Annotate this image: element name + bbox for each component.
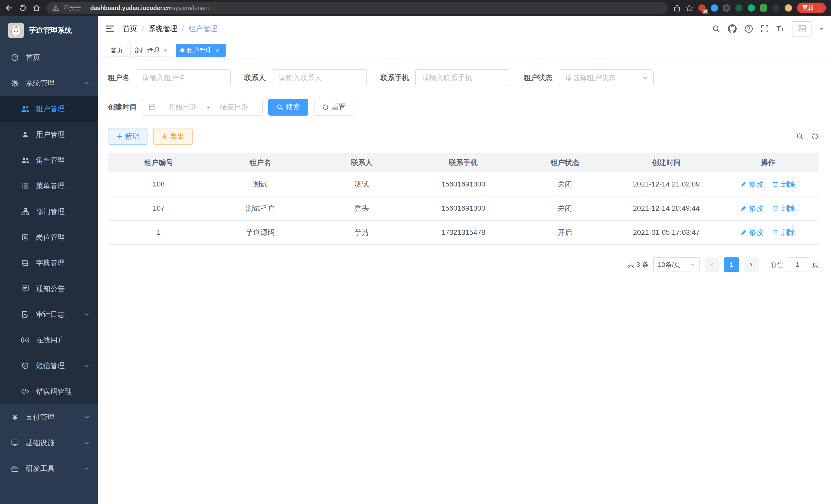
sidebar-item-notice[interactable]: 通知公告 [0, 276, 98, 302]
breadcrumb-home[interactable]: 首页 [123, 24, 137, 34]
sidebar-item-infrastructure[interactable]: 基础设施 [0, 430, 98, 456]
delete-button[interactable]: 删除 [772, 179, 795, 189]
extension-icon-4[interactable] [736, 4, 743, 11]
fullscreen-icon[interactable] [761, 25, 769, 33]
sidebar-item-label: 研发工具 [26, 464, 55, 473]
tenant-status-select[interactable]: 请选择租户状态 [558, 69, 654, 86]
address-bar[interactable]: 不安全 dashboard.yudao.iocoder.cn/system/te… [46, 2, 668, 13]
font-size-icon[interactable]: TT [776, 25, 784, 33]
page-number-1[interactable]: 1 [724, 258, 739, 272]
cell-tenant-id: 1 [108, 220, 209, 244]
profile-avatar-icon[interactable] [785, 4, 792, 11]
browser-menu-icon[interactable]: ⋮ [816, 5, 822, 11]
create-time-range-picker[interactable]: 开始日期 - 结束日期 [143, 99, 263, 116]
delete-button[interactable]: 删除 [772, 203, 795, 213]
help-icon[interactable] [744, 24, 753, 33]
reset-button[interactable]: 重置 [314, 99, 354, 116]
tab-home[interactable]: 首页 [106, 44, 127, 57]
sidebar-item-payment[interactable]: ¥ 支付管理 [0, 404, 98, 430]
close-tab-icon[interactable]: × [214, 47, 221, 54]
toggle-search-icon[interactable] [796, 132, 804, 140]
sidebar-item-role[interactable]: 角色管理 [0, 147, 98, 173]
sidebar: 芋道管理系统 首页 系统管理 [0, 16, 98, 504]
search-button[interactable]: 搜索 [268, 99, 308, 116]
share-icon[interactable] [674, 4, 681, 12]
extension-icon-6[interactable] [760, 4, 767, 11]
close-tab-icon[interactable]: × [162, 47, 169, 54]
sidebar-item-post[interactable]: 岗位管理 [0, 225, 98, 250]
sidebar-item-sms[interactable]: 短信管理 [0, 353, 98, 379]
select-placeholder: 请选择租户状态 [565, 73, 616, 83]
browser-refresh-button[interactable] [19, 4, 27, 12]
sidebar-item-system[interactable]: 系统管理 [0, 70, 98, 96]
bookmark-star-icon[interactable] [686, 4, 693, 12]
chevron-up-icon [84, 81, 89, 86]
table-row: 107 测试租户 秃头 15601691300 关闭 2021-12-14 20… [108, 196, 819, 220]
extension-icon-3[interactable] [723, 4, 730, 11]
tab-label: 部门管理 [135, 46, 159, 55]
cell-created: 2021-12-14 21:02:09 [616, 172, 717, 196]
id-badge-icon [21, 233, 29, 241]
github-icon[interactable] [728, 24, 737, 33]
export-button-label: 导出 [170, 131, 184, 141]
edit-button[interactable]: 修改 [741, 203, 763, 213]
avatar-caret-down-icon[interactable] [819, 28, 823, 32]
browser-back-button[interactable] [5, 4, 13, 12]
delete-button[interactable]: 删除 [772, 228, 795, 237]
cell-actions: 修改删除 [717, 172, 819, 196]
sidebar-item-dict[interactable]: 字典管理 [0, 250, 98, 276]
tenant-table: 租户编号 租户名 联系人 联系手机 租户状态 创建时间 操作 108 测试 测试 [108, 153, 819, 245]
sidebar-item-label: 通知公告 [36, 284, 65, 294]
sidebar-item-user[interactable]: 用户管理 [0, 122, 98, 147]
export-button[interactable]: 导出 [153, 128, 193, 145]
extension-icon-7[interactable] [772, 4, 780, 11]
sidebar-item-tenant[interactable]: 租户管理 [0, 96, 98, 122]
phone-input[interactable] [415, 69, 510, 86]
extension-icon-1[interactable]: 10 [698, 4, 706, 11]
cell-actions: 修改删除 [717, 220, 819, 244]
app-logo[interactable]: 芋道管理系统 [0, 16, 98, 45]
extension-icon-5[interactable] [748, 4, 755, 11]
sidebar-item-menu[interactable]: 菜单管理 [0, 173, 98, 199]
sidebar-item-dev-tools[interactable]: 研发工具 [0, 456, 98, 481]
table-tools [796, 132, 819, 140]
user-avatar-broken-image[interactable] [792, 21, 811, 36]
add-button[interactable]: 新增 [108, 128, 147, 145]
goto-page-input[interactable] [787, 257, 808, 272]
browser-home-button[interactable] [32, 4, 40, 12]
tenant-name-input[interactable] [136, 69, 231, 86]
system-submenu: 租户管理 用户管理 角色管理 [0, 96, 98, 404]
sidebar-item-label: 系统管理 [26, 78, 55, 88]
edit-button[interactable]: 修改 [741, 228, 763, 237]
breadcrumb-system[interactable]: 系统管理 [148, 24, 177, 34]
refresh-table-icon[interactable] [811, 132, 819, 140]
cell-contact: 秃头 [311, 196, 412, 220]
sidebar-item-label: 支付管理 [26, 412, 55, 422]
navbar-actions: TT [712, 21, 823, 36]
sidebar-item-audit-log[interactable]: 审计日志 [0, 302, 98, 327]
dictionary-book-icon [21, 259, 29, 267]
edit-button[interactable]: 修改 [741, 179, 763, 189]
browser-update-button[interactable]: 更新 ⋮ [797, 3, 826, 13]
next-page-button[interactable] [744, 258, 758, 272]
collapse-sidebar-icon[interactable] [105, 25, 115, 33]
page-size-select[interactable]: 10条/页 [653, 257, 700, 272]
cell-phone: 15601691300 [412, 196, 514, 220]
search-icon[interactable] [712, 25, 720, 33]
sidebar-item-error-code[interactable]: 错误码管理 [0, 379, 98, 404]
sidebar-item-label: 首页 [26, 53, 40, 62]
chevron-down-icon [84, 440, 89, 445]
sidebar-item-home[interactable]: 首页 [0, 45, 98, 70]
table-header-row: 租户编号 租户名 联系人 联系手机 租户状态 创建时间 操作 [108, 153, 819, 172]
security-label[interactable]: 不安全 [63, 4, 86, 12]
sidebar-item-dept[interactable]: 部门管理 [0, 199, 98, 225]
extension-icon-2[interactable] [711, 4, 718, 11]
breadcrumb-current: 租户管理 [189, 24, 218, 34]
extension-badge: 10 [702, 9, 708, 13]
tab-tenant[interactable]: 租户管理 × [176, 44, 226, 57]
sidebar-item-online-users[interactable]: 在线用户 [0, 327, 98, 353]
sidebar-item-label: 租户管理 [36, 104, 65, 114]
contact-input[interactable] [272, 69, 367, 86]
prev-page-button[interactable] [705, 258, 719, 272]
tab-dept[interactable]: 部门管理 × [130, 44, 173, 57]
